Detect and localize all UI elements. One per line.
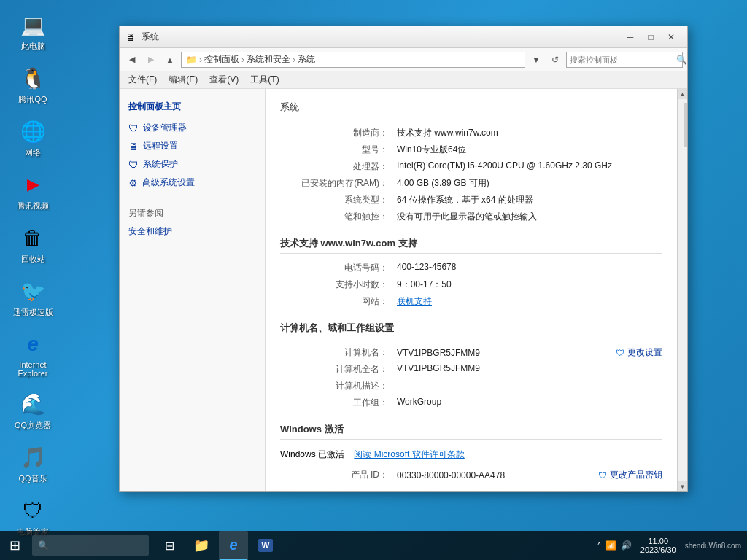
maximize-button[interactable]: □ <box>640 30 661 44</box>
sidebar-item-security[interactable]: 安全和维护 <box>120 222 265 241</box>
desktop-icons: 💻 此电脑 🐧 腾讯QQ 🌐 网络 ▶ 腾讯视频 🗑 回收站 🐦 迅雷极速版 e… <box>7 7 58 540</box>
sidebar-control-panel-home[interactable]: 控制面板主页 <box>120 98 265 119</box>
sidebar-item-advanced[interactable]: ⚙ 高级系统设置 <box>120 174 265 192</box>
minimize-button[interactable]: ─ <box>620 30 640 44</box>
ie-taskbar-button[interactable]: e <box>219 531 248 560</box>
taskbar-apps: ⊟ 📁 e W <box>155 531 280 560</box>
windows-logo-icon: ⊞ <box>9 537 20 553</box>
scroll-down-button[interactable]: ▼ <box>678 481 688 491</box>
qq-music-icon: 🎵 <box>18 443 47 472</box>
desktop-icon-my-computer[interactable]: 💻 此电脑 <box>7 7 58 55</box>
watermark-text: shenduWin8.com <box>685 542 741 550</box>
search-input[interactable] <box>567 55 673 64</box>
system-tray: ^ 📶 🔊 <box>597 540 632 551</box>
scroll-up-button[interactable]: ▲ <box>678 89 688 99</box>
path-part-2: 系统和安全 <box>247 53 290 66</box>
scrollbar: ▲ ▼ <box>677 89 687 491</box>
desktop-icon-qq[interactable]: 🐧 腾讯QQ <box>7 61 58 108</box>
taskbar-search[interactable]: 🔍 <box>32 535 149 556</box>
windows-section-header: Windows 激活 <box>280 423 662 440</box>
website-label: 网站： <box>280 295 397 308</box>
info-row-model: 型号： Win10专业版64位 <box>280 141 662 158</box>
back-button[interactable]: ◀ <box>124 52 140 68</box>
network-tray-icon[interactable]: 📶 <box>605 540 616 551</box>
os-type-value: 64 位操作系统，基于 x64 的处理器 <box>397 194 662 206</box>
volume-tray-icon[interactable]: 🔊 <box>621 540 632 551</box>
website-value[interactable]: 联机支持 <box>397 295 662 308</box>
touch-value: 没有可用于此显示器的笔或触控输入 <box>397 211 662 223</box>
thunder-icon: 🐦 <box>18 276 47 306</box>
info-row-hours: 支持小时数： 9：00-17：50 <box>280 276 662 293</box>
tray-expand-icon[interactable]: ^ <box>597 542 601 550</box>
menu-bar: 文件(F) 编辑(E) 查看(V) 工具(T) <box>120 71 687 89</box>
model-value: Win10专业版64位 <box>397 144 662 156</box>
ie-taskbar-icon: e <box>229 537 237 553</box>
sidebar-item-system-protect[interactable]: 🛡 系统保护 <box>120 155 265 174</box>
refresh-button[interactable]: ↺ <box>547 52 563 68</box>
sidebar-item-device-manager[interactable]: 🛡 设备管理器 <box>120 119 265 137</box>
hours-value: 9：00-17：50 <box>397 279 662 291</box>
forward-button[interactable]: ▶ <box>143 52 159 68</box>
computer-icon: 💻 <box>18 10 47 39</box>
change-product-key-button[interactable]: 🛡 更改产品密钥 <box>598 469 662 481</box>
close-button[interactable]: ✕ <box>661 30 681 44</box>
menu-view[interactable]: 查看(V) <box>204 72 244 88</box>
sidebar: 控制面板主页 🛡 设备管理器 🖥 远程设置 🛡 系统保护 ⚙ 高级系统设置 <box>120 89 266 491</box>
video-icon: ▶ <box>18 170 47 199</box>
path-part-3: 系统 <box>298 53 315 66</box>
desktop-icon-thunder[interactable]: 🐦 迅雷极速版 <box>7 273 58 321</box>
clock-date: 2023/6/30 <box>640 545 676 554</box>
desktop-icon-label: 迅雷极速版 <box>13 307 53 318</box>
desktop-icon-qq-music[interactable]: 🎵 QQ音乐 <box>7 440 58 487</box>
system-section-header: 系统 <box>280 101 662 117</box>
dropdown-icon[interactable]: ▼ <box>528 52 544 68</box>
word-taskbar-button[interactable]: W <box>251 531 280 560</box>
license-link[interactable]: 阅读 Microsoft 软件许可条款 <box>354 449 464 459</box>
path-part-1: 控制面板 <box>204 53 239 66</box>
change-settings-button[interactable]: 🛡 更改设置 <box>616 346 662 359</box>
main-content: 系统 制造商： 技术支持 www.win7w.com 型号： Win10专业版6… <box>266 89 677 491</box>
manufacturer-label: 制造商： <box>280 127 397 139</box>
recycle-icon: 🗑 <box>18 223 47 252</box>
desktop-icon-label: 腾讯QQ <box>18 94 47 105</box>
change-settings-label: 更改设置 <box>627 346 662 359</box>
task-view-button[interactable]: ⊟ <box>155 531 184 560</box>
product-id-label: 产品 ID： <box>280 469 397 481</box>
desktop-icon-network[interactable]: 🌐 网络 <box>7 114 58 161</box>
workgroup-value: WorkGroup <box>397 397 662 409</box>
desktop-icon-ie[interactable]: e Internet Explorer <box>7 327 58 381</box>
desktop-icon-recycle[interactable]: 🗑 回收站 <box>7 220 58 268</box>
system-info-table: 制造商： 技术支持 www.win7w.com 型号： Win10专业版64位 … <box>280 125 662 225</box>
scroll-thumb[interactable] <box>684 103 688 147</box>
menu-tools[interactable]: 工具(T) <box>244 72 285 88</box>
info-row-phone: 电话号码： 400-123-45678 <box>280 260 662 276</box>
sidebar-item-label: 设备管理器 <box>143 122 187 134</box>
start-button[interactable]: ⊞ <box>0 531 29 560</box>
file-explorer-button[interactable]: 📁 <box>187 531 216 560</box>
word-taskbar-icon: W <box>258 539 272 552</box>
address-path[interactable]: 📁 › 控制面板 › 系统和安全 › 系统 <box>181 52 525 68</box>
sidebar-item-label: 系统保护 <box>143 158 178 171</box>
file-explorer-icon: 📁 <box>193 537 209 553</box>
menu-edit[interactable]: 编辑(E) <box>163 72 204 88</box>
menu-file[interactable]: 文件(F) <box>123 72 163 88</box>
model-label: 型号： <box>280 144 397 156</box>
windows-activated-text: Windows 已激活 <box>280 449 344 459</box>
ram-label: 已安装的内存(RAM)： <box>280 177 397 190</box>
info-row-cpu: 处理器： Intel(R) Core(TM) i5-4200U CPU @ 1.… <box>280 158 662 175</box>
computer-name-label: 计算机名： <box>280 346 397 359</box>
touch-label: 笔和触控： <box>280 211 397 223</box>
up-button[interactable]: ▲ <box>162 52 178 68</box>
remote-icon: 🖥 <box>128 141 139 152</box>
info-row-workgroup: 工作组： WorkGroup <box>280 394 662 411</box>
hours-label: 支持小时数： <box>280 279 397 291</box>
desktop-icon-video[interactable]: ▶ 腾讯视频 <box>7 167 58 214</box>
search-box[interactable]: 🔍 <box>566 52 683 68</box>
sidebar-also-see-label: 另请参阅 <box>120 204 265 222</box>
ram-value: 4.00 GB (3.89 GB 可用) <box>397 177 662 190</box>
taskbar-clock[interactable]: 11:00 2023/6/30 <box>636 537 681 554</box>
desktop-icon-qq-browser[interactable]: 🌊 QQ浏览器 <box>7 386 58 434</box>
info-row-os-type: 系统类型： 64 位操作系统，基于 x64 的处理器 <box>280 192 662 209</box>
info-row-description: 计算机描述： <box>280 378 662 394</box>
sidebar-item-remote[interactable]: 🖥 远程设置 <box>120 137 265 155</box>
